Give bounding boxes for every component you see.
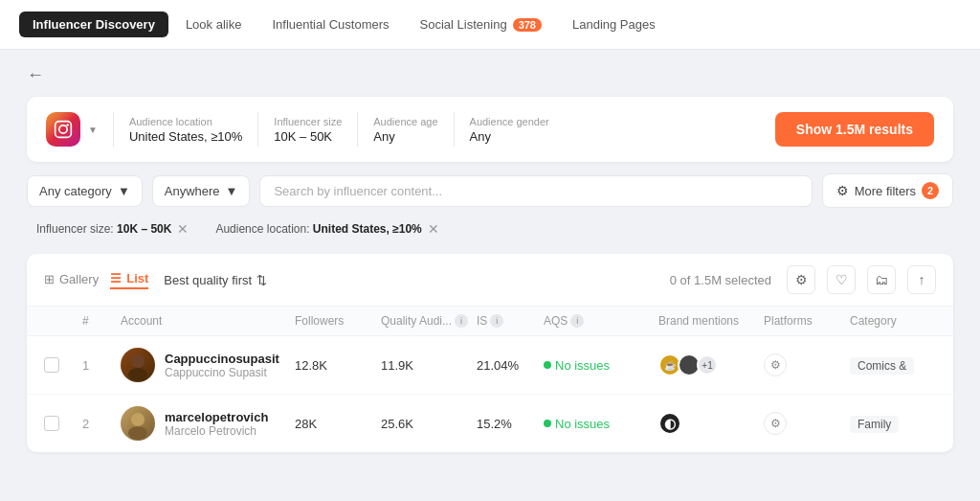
th-account: Account	[121, 314, 295, 328]
active-filters: Influencer size: 10K – 50K ✕ Audience lo…	[27, 217, 953, 240]
sort-icon: ⇅	[256, 273, 267, 287]
audience-age-label: Audience age	[373, 116, 437, 127]
category-chevron: ▼	[118, 184, 130, 198]
filter-row-2: Any category ▼ Anywhere ▼ Search by infl…	[27, 173, 953, 208]
filter-card: ▼ Audience location United States, ≥10% …	[27, 97, 953, 162]
row2-aqs: No issues	[544, 417, 658, 431]
th-brand-mentions: Brand mentions	[658, 314, 764, 328]
quality-info-icon: i	[455, 314, 468, 328]
tab-social-listening[interactable]: Social Listening 378	[407, 11, 555, 37]
list-icon: ☰	[110, 271, 122, 285]
row1-num: 1	[82, 358, 121, 373]
folder-icon-button[interactable]: 🗂	[867, 265, 896, 294]
row1-account: Cappuccinosupasit Cappuccino Supasit	[121, 348, 295, 382]
tab-influential-customers[interactable]: Influential Customers	[258, 11, 402, 37]
export-icon-button[interactable]: ↑	[907, 265, 936, 294]
table-row: 2 marcelopetrovich Marcelo Petrovich 28K…	[27, 395, 953, 452]
svg-point-2	[66, 124, 69, 126]
th-aqs: AQS i	[544, 314, 658, 328]
audience-age-value: Any	[373, 129, 437, 144]
audience-gender-label: Audience gender	[470, 116, 549, 127]
influencer-size-value: 10K – 50K	[274, 129, 342, 144]
audience-location-value: United States, ≥10%	[129, 129, 242, 144]
th-category: Category	[850, 314, 936, 328]
category-select[interactable]: Any category ▼	[27, 175, 143, 207]
row2-checkbox[interactable]	[44, 416, 59, 431]
brand-more: +1	[697, 354, 718, 376]
filter-sliders-icon: ⚙	[836, 183, 849, 198]
row1-aqs-dot	[544, 361, 551, 369]
row1-username: Cappuccinosupasit	[165, 352, 279, 366]
show-results-button[interactable]: Show 1.5M results	[775, 112, 934, 147]
location-filter-tag: Audience location: United States, ≥10% ✕	[206, 217, 448, 240]
row1-followers: 12.8K	[295, 358, 381, 373]
results-header: ⊞ Gallery ☰ List Best quality first ⇅ 0 …	[27, 254, 953, 307]
location-select[interactable]: Anywhere ▼	[152, 175, 251, 207]
th-checkbox	[44, 314, 82, 328]
row2-num: 2	[82, 417, 121, 431]
location-filter-remove[interactable]: ✕	[428, 221, 439, 237]
audience-location-filter[interactable]: Audience location United States, ≥10%	[129, 116, 242, 144]
th-quality-audience: Quality Audi... i	[381, 314, 477, 328]
influencer-size-filter[interactable]: Influencer size 10K – 50K	[274, 116, 342, 144]
th-platforms: Platforms	[764, 314, 850, 328]
results-count: 0 of 1.5M selected	[670, 273, 771, 287]
row1-aqs: No issues	[544, 358, 658, 373]
size-filter-remove[interactable]: ✕	[177, 221, 189, 237]
row2-account: marcelopetrovich Marcelo Petrovich	[121, 406, 295, 441]
content-search-input[interactable]: Search by influencer content...	[259, 175, 812, 207]
row1-checkbox-cell	[44, 357, 82, 373]
audience-gender-filter[interactable]: Audience gender Any	[470, 116, 549, 144]
row2-display-name: Marcelo Petrovich	[165, 424, 268, 438]
divider-3	[357, 112, 358, 147]
view-toggle: ⊞ Gallery ☰ List Best quality first ⇅	[44, 271, 267, 289]
th-followers: Followers	[295, 314, 381, 328]
settings-icon-button[interactable]: ⚙	[787, 265, 815, 294]
audience-age-filter[interactable]: Audience age Any	[373, 116, 437, 144]
tab-influencer-discovery[interactable]: Influencer Discovery	[19, 11, 168, 37]
influencer-size-label: Influencer size	[274, 116, 342, 127]
header-icons: ⚙ ♡ 🗂 ↑	[787, 265, 936, 294]
social-listening-badge: 378	[513, 18, 542, 32]
aqs-info-icon: i	[570, 314, 584, 328]
audience-gender-value: Any	[470, 129, 549, 144]
platform-selector[interactable]: ▼	[46, 112, 98, 147]
th-num: #	[82, 314, 121, 328]
tab-landing-pages[interactable]: Landing Pages	[559, 11, 669, 37]
back-button[interactable]: ←	[27, 65, 44, 85]
row2-quality-audience: 25.6K	[381, 417, 477, 431]
svg-point-5	[131, 413, 145, 426]
favorites-icon-button[interactable]: ♡	[827, 265, 856, 294]
row2-aqs-dot	[544, 420, 551, 427]
more-filters-badge: 2	[922, 182, 939, 199]
row1-platforms: ⚙	[764, 353, 850, 376]
row2-is: 15.2%	[477, 417, 544, 431]
row1-category: Comics &	[850, 358, 936, 373]
divider-2	[257, 112, 258, 147]
row1-brand-mentions: ☕ +1	[658, 353, 764, 376]
list-view-button[interactable]: ☰ List	[110, 271, 148, 289]
row2-checkbox-cell	[44, 416, 82, 431]
row1-platform-icon: ⚙	[764, 353, 787, 376]
app-container: Influencer Discovery Look alike Influent…	[0, 0, 980, 501]
row2-brand-mentions: ◐	[658, 412, 764, 435]
row2-platform-icon: ⚙	[764, 412, 787, 435]
th-is: IS i	[477, 314, 544, 328]
row1-avatar	[121, 348, 155, 382]
table-row: 1 Cappuccinosupasit Cappuccino Supasit 1…	[27, 336, 953, 395]
gallery-view-button[interactable]: ⊞ Gallery	[44, 272, 99, 288]
svg-point-4	[128, 368, 147, 381]
svg-point-6	[128, 426, 147, 440]
tab-look-alike[interactable]: Look alike	[172, 11, 256, 37]
row1-checkbox[interactable]	[44, 357, 59, 373]
more-filters-button[interactable]: ⚙ More filters 2	[822, 173, 953, 208]
top-nav: Influencer Discovery Look alike Influent…	[0, 0, 980, 50]
results-section: ⊞ Gallery ☰ List Best quality first ⇅ 0 …	[27, 254, 953, 452]
row1-is: 21.04%	[477, 358, 544, 373]
svg-point-1	[59, 125, 67, 133]
instagram-icon	[46, 112, 80, 147]
gallery-icon: ⊞	[44, 272, 55, 286]
row2-avatar	[121, 406, 155, 441]
audience-location-label: Audience location	[129, 116, 242, 127]
sort-button[interactable]: Best quality first ⇅	[164, 273, 267, 287]
